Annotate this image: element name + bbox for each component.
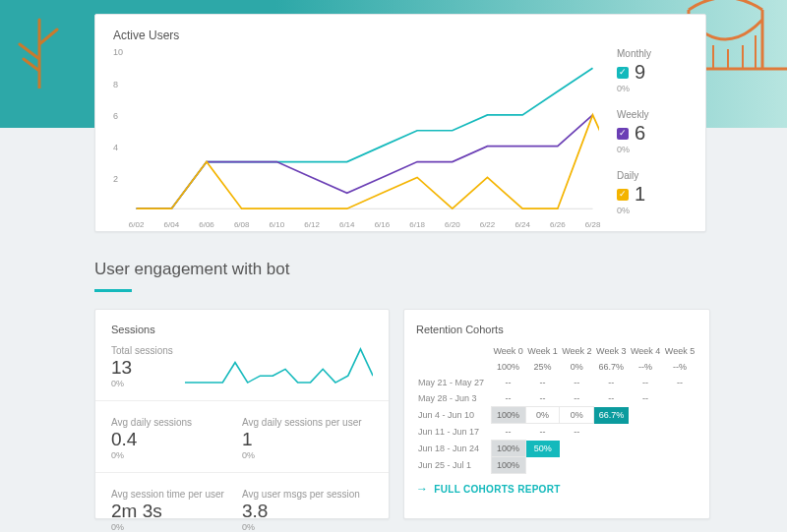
sessions-card: Sessions Total sessions 13 0% Avg daily …: [94, 309, 390, 519]
legend-label: Monthly: [617, 48, 688, 59]
total-sessions-label: Total sessions: [111, 345, 173, 356]
section-underline: [94, 289, 132, 292]
metric-sub: 0%: [242, 522, 373, 532]
legend-value: 6: [635, 122, 645, 145]
cohort-row-label: Jun 25 - Jul 1: [416, 457, 491, 474]
checkbox-icon[interactable]: ✓: [617, 128, 629, 140]
x-tick: 6/08: [234, 220, 250, 229]
session-metric: Avg daily sessions per user 1 0%: [242, 417, 373, 460]
cohort-cell: --: [560, 390, 594, 407]
sessions-sparkline: [185, 345, 373, 384]
cohort-cell: 100%: [491, 441, 525, 457]
cohort-cell: --: [525, 375, 560, 390]
cohort-head-value: 66.7%: [594, 359, 629, 375]
cohort-row-label: May 21 - May 27: [416, 375, 491, 390]
x-tick: 6/18: [409, 220, 425, 229]
session-metric: Avg user msgs per session 3.8 0%: [242, 489, 373, 532]
cohort-cell: --: [594, 375, 629, 390]
metric-value: 3.8: [242, 501, 373, 522]
y-tick: 10: [113, 47, 123, 57]
x-tick: 6/14: [339, 220, 355, 229]
cohort-head-value: --%: [663, 359, 697, 375]
legend-sub: 0%: [617, 206, 688, 215]
x-tick: 6/06: [199, 220, 214, 229]
cohort-cell: --: [525, 390, 560, 407]
cohort-col-header: Week 1: [525, 343, 560, 359]
metric-label: Avg daily sessions per user: [242, 417, 373, 428]
full-cohorts-report-link[interactable]: → FULL COHORTS REPORT: [416, 482, 697, 496]
cohort-col-header: Week 3: [594, 343, 629, 359]
legend-item[interactable]: Weekly ✓ 6 0%: [617, 109, 688, 154]
cohort-row-label: May 28 - Jun 3: [416, 390, 491, 407]
x-tick: 6/02: [129, 220, 145, 229]
cohort-col-header: Week 4: [629, 343, 663, 359]
metric-value: 0.4: [111, 429, 242, 450]
cohort-cell: --: [491, 424, 525, 441]
legend-item[interactable]: Daily ✓ 1 0%: [617, 170, 688, 215]
checkbox-icon[interactable]: ✓: [617, 67, 629, 79]
session-metric: Avg session time per user 2m 3s 0%: [111, 489, 242, 532]
cohort-cell: 100%: [491, 407, 525, 424]
engagement-section-header: User engagement with bot: [94, 260, 289, 292]
legend-item[interactable]: Monthly ✓ 9 0%: [617, 48, 688, 93]
legend-value: 9: [635, 61, 645, 84]
metric-label: Avg daily sessions: [111, 417, 242, 428]
x-tick: 6/24: [515, 220, 530, 229]
cohort-col-header: Week 0: [491, 343, 525, 359]
cohort-row-label: Jun 4 - Jun 10: [416, 407, 491, 424]
active-users-chart[interactable]: 246810 6/026/046/066/086/106/126/146/166…: [113, 48, 599, 215]
legend-sub: 0%: [617, 84, 688, 93]
cohort-head-value: 100%: [491, 359, 525, 375]
metric-label: Avg session time per user: [111, 489, 242, 500]
total-sessions-value: 13: [111, 357, 173, 379]
retention-cohorts-card: Retention Cohorts Week 0Week 1Week 2Week…: [403, 309, 710, 519]
session-metric: Avg daily sessions 0.4 0%: [111, 417, 242, 460]
cohort-head-value: --%: [629, 359, 663, 375]
y-tick: 8: [113, 80, 118, 89]
x-tick: 6/12: [304, 220, 320, 229]
x-tick: 6/26: [550, 220, 566, 229]
metric-sub: 0%: [242, 450, 373, 460]
cohort-cell: 100%: [491, 457, 525, 474]
metric-value: 1: [242, 429, 373, 450]
cohort-cell: --: [560, 424, 594, 441]
y-tick: 2: [113, 174, 118, 184]
engagement-title: User engagement with bot: [94, 260, 289, 279]
legend-value: 1: [635, 183, 645, 206]
x-tick: 6/28: [585, 220, 601, 229]
x-tick: 6/10: [270, 220, 285, 229]
x-tick: 6/20: [445, 220, 460, 229]
x-tick: 6/16: [375, 220, 391, 229]
cohort-cell: --: [594, 390, 629, 407]
metric-value: 2m 3s: [111, 501, 242, 522]
legend-label: Daily: [617, 170, 688, 181]
cohorts-link-label: FULL COHORTS REPORT: [434, 484, 560, 495]
x-tick: 6/04: [164, 220, 180, 229]
arrow-right-icon: →: [416, 482, 428, 496]
cohort-cell: --: [491, 390, 525, 407]
cohort-cell: --: [629, 390, 663, 407]
cohorts-table: Week 0Week 1Week 2Week 3Week 4Week 5100%…: [416, 343, 697, 474]
cohort-cell: 50%: [525, 441, 560, 457]
legend-sub: 0%: [617, 145, 688, 154]
metric-sub: 0%: [111, 450, 242, 460]
cohort-cell: --: [560, 375, 594, 390]
tree-decoration: [10, 10, 69, 89]
active-users-card: Active Users 246810 6/026/046/066/086/10…: [94, 14, 706, 232]
cohort-cell: --: [663, 375, 697, 390]
cohort-row-label: Jun 18 - Jun 24: [416, 441, 491, 457]
cohort-head-value: 0%: [560, 359, 594, 375]
checkbox-icon[interactable]: ✓: [617, 189, 629, 201]
cohort-head-value: 25%: [525, 359, 560, 375]
cohort-col-header: Week 5: [663, 343, 697, 359]
sessions-title: Sessions: [111, 324, 373, 335]
legend-label: Weekly: [617, 109, 688, 120]
cohort-cell: 0%: [525, 407, 560, 424]
x-tick: 6/22: [480, 220, 496, 229]
cohort-row-label: Jun 11 - Jun 17: [416, 424, 491, 441]
cohorts-title: Retention Cohorts: [416, 324, 697, 335]
cohort-cell: --: [491, 375, 525, 390]
metric-label: Avg user msgs per session: [242, 489, 373, 500]
cohort-col-header: Week 2: [560, 343, 594, 359]
total-sessions-sub: 0%: [111, 379, 173, 388]
